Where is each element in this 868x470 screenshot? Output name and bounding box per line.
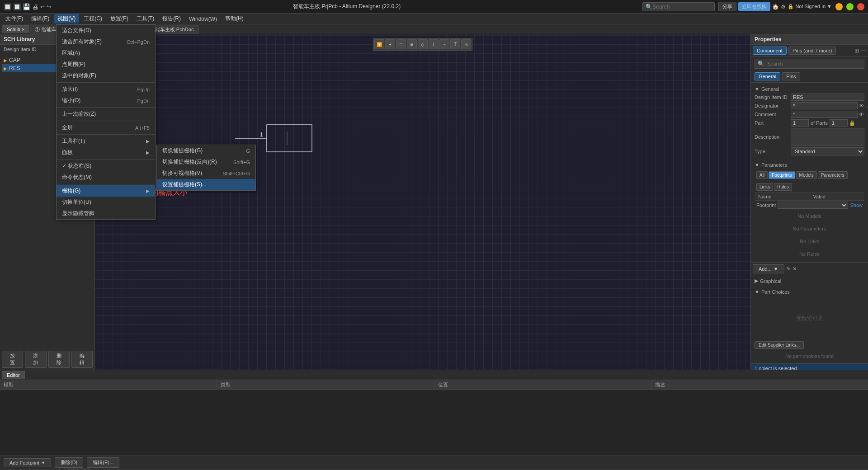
- edit-button[interactable]: 编辑: [71, 351, 93, 368]
- delete-button[interactable]: 删除: [48, 351, 70, 368]
- panel-expand-icon[interactable]: ⊞: [854, 47, 859, 54]
- param-tab-parameters[interactable]: Parameters: [818, 171, 848, 179]
- menu-view[interactable]: 视图(V): [54, 14, 79, 24]
- footprint-select[interactable]: [778, 202, 848, 209]
- menu-project[interactable]: 工程(C): [80, 14, 106, 24]
- menu-fullscreen[interactable]: 全屏 Alt+F5: [57, 122, 155, 133]
- type-select[interactable]: Standard: [791, 147, 864, 155]
- canvas-area[interactable]: 🔽 + □ ≡ ◇ / ~ T ⚠ 1 设: [95, 34, 750, 370]
- menu-toggle-unit[interactable]: 切换单位(U): [57, 197, 155, 208]
- delete-footprint-button[interactable]: 删除(D): [55, 457, 83, 468]
- menu-area[interactable]: 区域(A): [57, 47, 155, 59]
- param-tab-footprints[interactable]: Footprints: [769, 171, 795, 179]
- param-tab-all[interactable]: All: [756, 171, 768, 179]
- param-tab-rules[interactable]: Rules: [774, 183, 792, 191]
- home-icon[interactable]: 🏠: [772, 4, 779, 10]
- menu-fit-document[interactable]: 适合文件(D): [57, 25, 155, 36]
- menu-fit-all[interactable]: 适合所有对象(E) Ctrl+PgDn: [57, 36, 155, 47]
- edit-param-icon[interactable]: ✎: [786, 266, 791, 272]
- part-input[interactable]: [791, 119, 809, 127]
- search-box[interactable]: 🔍: [642, 2, 715, 11]
- menu-place[interactable]: 放置(P): [107, 14, 132, 24]
- designator-eye-icon[interactable]: 👁: [858, 103, 865, 108]
- collapse-part-choices-icon[interactable]: ▼: [755, 289, 760, 295]
- comment-lock-icon[interactable]: 🔒: [865, 112, 868, 118]
- share-button[interactable]: 分享: [718, 2, 736, 11]
- comment-input[interactable]: [791, 111, 858, 118]
- maximize-button[interactable]: [846, 3, 854, 10]
- search-input[interactable]: [652, 4, 707, 10]
- place-button[interactable]: 放置: [2, 351, 23, 368]
- of-parts-input[interactable]: [830, 119, 848, 127]
- edit-supplier-button[interactable]: Edit Supplier Links...: [755, 341, 804, 349]
- cloud-button[interactable]: 立即在线购: [738, 2, 770, 11]
- collapse-general-icon[interactable]: ▼: [755, 86, 760, 92]
- nav-sch-library[interactable]: SCH Library: [63, 468, 90, 470]
- rect-btn[interactable]: □: [396, 39, 406, 49]
- panel-collapse-icon[interactable]: —: [861, 47, 866, 54]
- menu-report[interactable]: 报告(R): [159, 14, 184, 24]
- slash-btn[interactable]: /: [429, 39, 439, 49]
- collapse-parameters-icon[interactable]: ▼: [755, 162, 760, 168]
- comment-eye-icon[interactable]: 👁: [858, 112, 865, 117]
- param-tab-links[interactable]: Links: [756, 183, 773, 191]
- designator-lock-icon[interactable]: 🔒: [865, 103, 868, 109]
- tab-pins[interactable]: Pins (and 7 more): [788, 47, 836, 55]
- menu-statusbar[interactable]: ✓ 状态栏(S): [57, 160, 155, 172]
- part-choices-title: ▼ Part Choices: [755, 289, 864, 295]
- menu-help[interactable]: 帮助(H): [222, 14, 247, 24]
- submenu-set-snap[interactable]: 设置捕提栅格(S)...: [157, 179, 255, 190]
- menu-file[interactable]: 文件(F): [2, 14, 27, 24]
- menu-last-zoom[interactable]: 上一次缩放(Z): [57, 108, 155, 120]
- nav-navigator[interactable]: Navigator: [33, 468, 60, 470]
- settings-icon[interactable]: ⚙: [781, 4, 786, 10]
- description-input[interactable]: [791, 128, 864, 146]
- part-lock-icon[interactable]: 🔒: [848, 120, 857, 126]
- col-type: 类型: [217, 380, 434, 390]
- edit-footprint-button[interactable]: 编辑(E)...: [87, 457, 119, 468]
- filter-btn[interactable]: 🔽: [374, 39, 384, 49]
- menu-zoom-in[interactable]: 放大(I) PgUp: [57, 84, 155, 95]
- submenu-toggle-snap-reverse[interactable]: 切换捕提栅格(反向)(R) Shift+G: [157, 156, 255, 168]
- tab-schlib[interactable]: Schlib ×: [2, 25, 29, 33]
- menu-edit[interactable]: 编辑(E): [28, 14, 53, 24]
- diamond-btn[interactable]: ◇: [418, 39, 428, 49]
- menu-cmd-status[interactable]: 命令状态(M): [57, 172, 155, 183]
- tab-component[interactable]: Component: [753, 47, 787, 55]
- minimize-button[interactable]: [835, 3, 843, 10]
- menu-around-point[interactable]: 点周围(P): [57, 59, 155, 70]
- menu-panel[interactable]: 面板 ▶: [57, 147, 155, 158]
- close-button[interactable]: [857, 3, 864, 10]
- properties-search-input[interactable]: [764, 60, 861, 67]
- menu-zoom-out[interactable]: 缩小(O) PgDn: [57, 95, 155, 106]
- warn-btn[interactable]: ⚠: [461, 39, 471, 49]
- menu-tools[interactable]: 工具(T): [133, 14, 158, 24]
- tab-pins-sub[interactable]: Pins: [782, 72, 800, 80]
- menu-show-hidden-pins[interactable]: 显示隐藏管脚: [57, 208, 155, 219]
- bottom-tab-editor[interactable]: Editor: [2, 371, 25, 379]
- submenu-toggle-snap[interactable]: 切换捕提栅格(G) G: [157, 145, 255, 156]
- add-button[interactable]: 添加: [25, 351, 46, 368]
- view-menu-dropdown: 适合文件(D) 适合所有对象(E) Ctrl+PgDn 区域(A) 点周围(P)…: [56, 24, 156, 220]
- window-controls[interactable]: [835, 3, 864, 10]
- footprint-show-link[interactable]: Show: [850, 202, 863, 208]
- text-btn[interactable]: T: [450, 39, 460, 49]
- add-footprint-button[interactable]: Add Footprint ▼: [4, 458, 51, 467]
- tilde-btn[interactable]: ~: [439, 39, 449, 49]
- menu-toolbar[interactable]: 工具栏(T) ▶: [57, 136, 155, 147]
- design-item-id-input[interactable]: [791, 94, 864, 101]
- param-tab-models[interactable]: Models: [796, 171, 817, 179]
- nav-projects[interactable]: Projects: [4, 468, 30, 470]
- nav-messages[interactable]: Messages: [93, 468, 119, 470]
- tab-general[interactable]: General: [755, 72, 780, 80]
- designator-input[interactable]: [791, 102, 858, 109]
- add-param-button[interactable]: Add... ▼: [753, 264, 784, 273]
- menu-window[interactable]: Window(W): [185, 15, 221, 23]
- add-btn[interactable]: +: [385, 39, 395, 49]
- collapse-graphical-icon[interactable]: ▶: [755, 278, 758, 284]
- submenu-toggle-visible[interactable]: 切换可视栅格(V) Shift+Ctrl+G: [157, 168, 255, 179]
- delete-param-icon[interactable]: ✕: [793, 266, 797, 272]
- align-btn[interactable]: ≡: [407, 39, 417, 49]
- menu-selected[interactable]: 选中的对象(E): [57, 70, 155, 81]
- menu-grid[interactable]: 栅格(G) ▶: [57, 185, 155, 197]
